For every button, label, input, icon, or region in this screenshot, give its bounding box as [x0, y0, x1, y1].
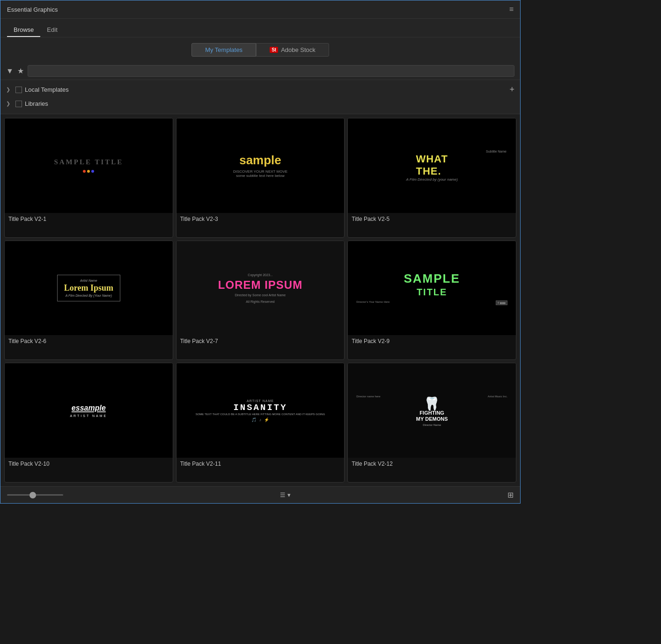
- template-card-v2-5[interactable]: Subtitle Name WHATTHE. A Film Directed b…: [347, 118, 516, 238]
- tab-browse[interactable]: Browse: [7, 23, 40, 37]
- template-card-v2-7[interactable]: Copyright 2023... LOREM IPSUM Directed b…: [176, 241, 345, 360]
- template-card-v2-3[interactable]: sample DISCOVER YOUR NEXT MOVEsome subti…: [176, 118, 345, 238]
- template-label: Title Pack V2-11: [176, 458, 345, 470]
- new-item-button[interactable]: ⊞: [507, 490, 514, 499]
- template-card-v2-10[interactable]: essample ARTIST NAME Title Pack V2-10: [4, 363, 173, 483]
- tree-item-local-templates[interactable]: ❯ Local Templates +: [0, 82, 520, 97]
- template-label: Title Pack V2-3: [176, 213, 345, 225]
- sort-icon: ☰: [280, 491, 286, 498]
- template-label: Title Pack V2-6: [5, 335, 173, 347]
- template-label: Title Pack V2-9: [348, 335, 516, 347]
- app-header: Essential Graphics ≡: [0, 0, 520, 19]
- checkbox-local-templates[interactable]: [15, 87, 22, 93]
- chevron-icon: ❯: [6, 87, 13, 93]
- chevron-icon-libraries: ❯: [6, 101, 13, 107]
- template-label: Title Pack V2-1: [5, 213, 173, 225]
- toggle-row: My Templates St Adobe Stock: [0, 37, 520, 62]
- sort-arrow: ▾: [287, 491, 291, 498]
- template-label: Title Pack V2-5: [348, 213, 516, 225]
- template-card-v2-12[interactable]: Director name here Artist Music Inc. 🦷 F…: [347, 363, 516, 483]
- my-templates-button[interactable]: My Templates: [191, 43, 256, 57]
- template-grid: SAMPLE TITLE Title Pack V2-1 sample DISC…: [0, 114, 520, 486]
- stock-badge: St: [270, 47, 278, 53]
- filter-icon[interactable]: ▼: [6, 67, 14, 75]
- template-card-v2-6[interactable]: Artist Name Lorem Ipsum A Film Directed …: [4, 241, 173, 360]
- checkbox-libraries[interactable]: [15, 101, 22, 107]
- favorites-icon[interactable]: ★: [17, 66, 24, 75]
- search-input[interactable]: [28, 65, 514, 77]
- tree-area: ❯ Local Templates + ❯ Libraries: [0, 80, 520, 114]
- adobe-stock-button[interactable]: St Adobe Stock: [256, 43, 329, 57]
- slider-wrap: [7, 494, 63, 496]
- bottom-toolbar: ☰ ▾ ⊞: [0, 486, 520, 503]
- template-card-v2-11[interactable]: ARTIST NAME INSANITY SOME TEXT THAT COUL…: [176, 363, 345, 483]
- add-local-template-button[interactable]: +: [509, 85, 514, 95]
- menu-icon[interactable]: ≡: [509, 5, 514, 14]
- app-container: Essential Graphics ≡ Browse Edit My Temp…: [0, 0, 520, 503]
- tabs-row: Browse Edit: [0, 19, 520, 37]
- libraries-label: Libraries: [25, 100, 48, 107]
- size-slider[interactable]: [7, 494, 63, 496]
- local-templates-label: Local Templates: [25, 86, 69, 93]
- template-card-v2-1[interactable]: SAMPLE TITLE Title Pack V2-1: [4, 118, 173, 238]
- tab-edit[interactable]: Edit: [40, 23, 64, 37]
- filter-row: ▼ ★ 🔍: [0, 62, 520, 80]
- adobe-stock-label: Adobe Stock: [281, 46, 316, 53]
- search-wrap: 🔍: [28, 65, 514, 77]
- template-label: Title Pack V2-7: [176, 335, 345, 347]
- template-label: Title Pack V2-10: [5, 458, 173, 470]
- sort-button[interactable]: ☰ ▾: [280, 491, 291, 498]
- template-label: Title Pack V2-12: [348, 458, 516, 470]
- tree-item-libraries[interactable]: ❯ Libraries: [0, 97, 520, 110]
- app-title: Essential Graphics: [7, 6, 58, 13]
- template-card-v2-9[interactable]: SAMPLE TITLE Director's Your Name Here R…: [347, 241, 516, 360]
